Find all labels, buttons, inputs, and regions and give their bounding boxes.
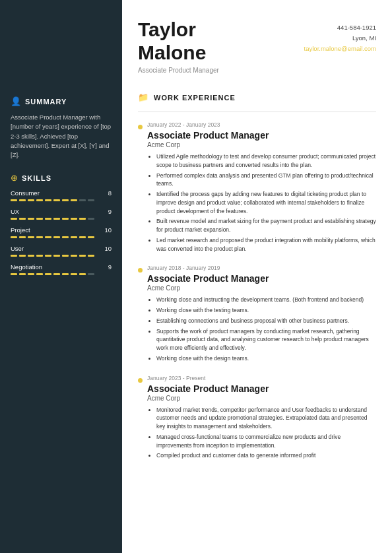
skill-bar: [11, 218, 112, 220]
skill-bar-segment: [19, 273, 26, 275]
contact-block: 441-584-1921 Lyon, MI taylor.malone@emai…: [304, 22, 376, 54]
skill-score: 10: [104, 226, 112, 234]
job-bullets: Monitored market trends, competitor perf…: [147, 406, 376, 461]
job-company: Acme Corp: [147, 395, 376, 402]
skill-name: UX: [11, 208, 19, 215]
skill-score: 8: [108, 189, 112, 197]
skill-bar-segment: [88, 236, 94, 238]
skill-header: UX9: [11, 208, 112, 215]
job-entry: January 2023 - PresentAssociate Product …: [138, 375, 376, 461]
skill-item: Negotiation9: [11, 263, 112, 275]
skill-header: Consumer8: [11, 189, 112, 197]
job-bullet: Managed cross-functional teams to commer…: [156, 433, 376, 450]
skill-name: Project: [11, 226, 30, 234]
job-bullet: Supports the work of product managers by…: [156, 327, 376, 352]
job-bullet: Performed complex data analysis and pres…: [156, 172, 376, 189]
job-bullet: Working close and instructing the develo…: [156, 296, 376, 304]
skill-bar-segment: [28, 199, 34, 201]
skills-heading: ⊕ SKILLS: [11, 173, 112, 183]
phone: 441-584-1921: [304, 22, 376, 33]
work-section-heading: 📁 WORK EXPERIENCE: [138, 92, 376, 102]
skill-item: UX9: [11, 208, 112, 220]
skill-name: Negotiation: [11, 263, 42, 271]
skill-bar: [11, 236, 112, 238]
job-bullet: Built revenue model and market sizing fo…: [156, 217, 376, 234]
skill-name: User: [11, 245, 24, 252]
email: taylor.malone@email.com: [304, 44, 376, 54]
skills-label: SKILLS: [22, 174, 51, 182]
skill-bar-segment: [79, 236, 86, 238]
skill-bar-segment: [53, 199, 60, 201]
skill-bar-segment: [79, 273, 86, 275]
full-name: Taylor Malone: [138, 18, 219, 64]
first-name: Taylor: [138, 18, 196, 40]
job-bullet: Led market research and proposed the pro…: [156, 236, 376, 253]
job-bullet: Working close with the design teams.: [156, 354, 376, 363]
job-bullets: Utilized Agile methodology to test and d…: [147, 152, 376, 253]
skill-bar-segment: [11, 236, 17, 238]
skill-bar-segment: [19, 199, 26, 201]
name-block: Taylor Malone Associate Product Manager: [138, 18, 219, 74]
main-body: 📁 WORK EXPERIENCE January 2022 - January…: [122, 83, 392, 553]
skill-bar-segment: [36, 218, 43, 220]
skill-bar-segment: [71, 218, 77, 220]
job-title: Associate Product Manager: [147, 130, 376, 141]
job-date: January 2023 - Present: [147, 375, 376, 381]
skill-score: 10: [104, 245, 112, 252]
job-bullet: Establishing connections and business pr…: [156, 317, 376, 325]
location: Lyon, MI: [304, 33, 376, 44]
work-divider: [138, 112, 376, 112]
skill-bar-segment: [71, 273, 77, 275]
skill-bar-segment: [79, 199, 86, 201]
sidebar-top-space: [0, 0, 122, 86]
skill-bar-segment: [11, 273, 17, 275]
skill-bar-segment: [45, 218, 51, 220]
skill-bar-segment: [36, 255, 43, 257]
job-title: Associate Product Manager: [147, 273, 376, 284]
job-entry: January 2018 - January 2019Associate Pro…: [138, 265, 376, 362]
skills-icon: ⊕: [11, 173, 18, 183]
skill-score: 9: [108, 208, 112, 215]
job-subtitle: Associate Product Manager: [138, 67, 219, 74]
skill-bar-segment: [45, 255, 51, 257]
skill-bar-segment: [62, 255, 69, 257]
skill-bar-segment: [53, 218, 60, 220]
skill-bar-segment: [36, 199, 43, 201]
skill-bar-segment: [62, 218, 69, 220]
skill-name: Consumer: [11, 189, 40, 197]
skill-bar-segment: [62, 236, 69, 238]
sidebar-content: 👤 SUMMARY Associate Product Manager with…: [0, 86, 122, 292]
skill-bar-segment: [11, 218, 17, 220]
job-company: Acme Corp: [147, 141, 376, 148]
work-label: WORK EXPERIENCE: [154, 94, 236, 102]
summary-heading: 👤 SUMMARY: [11, 96, 112, 106]
skill-header: Negotiation9: [11, 263, 112, 271]
skill-bar-segment: [62, 273, 69, 275]
skill-bar-segment: [19, 255, 26, 257]
summary-text: Associate Product Manager with [number o…: [11, 113, 112, 160]
job-company: Acme Corp: [147, 284, 376, 292]
work-icon: 📁: [138, 92, 148, 102]
job-bullet: Working close with the testing teams.: [156, 306, 376, 315]
skill-bar-segment: [11, 255, 17, 257]
skill-bar-segment: [53, 236, 60, 238]
skill-bar-segment: [11, 199, 17, 201]
skill-bar-segment: [19, 236, 26, 238]
skill-bar-segment: [45, 199, 51, 201]
job-bullets: Working close and instructing the develo…: [147, 296, 376, 362]
header: Taylor Malone Associate Product Manager …: [122, 0, 392, 83]
skill-bar-segment: [45, 273, 51, 275]
job-date: January 2022 - January 2023: [147, 121, 376, 128]
skill-bar-segment: [62, 199, 69, 201]
main-content: Taylor Malone Associate Product Manager …: [122, 0, 392, 553]
skill-header: User10: [11, 245, 112, 252]
skill-bar: [11, 199, 112, 201]
job-title: Associate Product Manager: [147, 383, 376, 394]
skill-bar-segment: [28, 218, 34, 220]
skill-bar-segment: [88, 273, 94, 275]
skill-bar-segment: [71, 199, 77, 201]
skill-bar-segment: [45, 236, 51, 238]
last-name: Malone: [138, 42, 206, 63]
skill-item: Consumer8: [11, 189, 112, 201]
skill-bar: [11, 273, 112, 275]
